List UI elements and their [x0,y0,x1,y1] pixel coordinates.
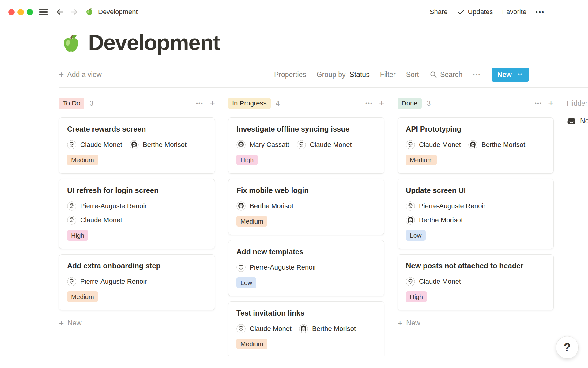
check-icon [457,8,465,16]
column-header: To Do 3 ••• + [59,98,215,109]
priority-tag: Medium [406,155,437,165]
avatar-pierre-auguste-renoir [67,277,76,286]
card-investigate-offline-syncing-issue[interactable]: Investigate offline syncing issue Mary C… [228,117,384,174]
assignee: Claude Monet [236,324,292,334]
priority-tag: High [236,155,258,165]
avatar-claude-monet [406,277,415,286]
priority-tag: Medium [236,339,267,349]
column-add-icon[interactable]: + [379,99,384,107]
add-view-button[interactable]: + Add a view [59,71,102,79]
column-add-icon[interactable]: + [209,99,215,107]
plus-icon: + [59,71,64,78]
minimize-window-button[interactable] [17,9,24,15]
hidden-columns-section: Hidden columns No Status [567,98,588,356]
avatar-berthe-morisot [299,324,308,333]
column-in-progress: In Progress 4 ••• + Investigate offline … [228,98,384,356]
avatar-claude-monet [236,324,246,333]
card-update-screen-ui[interactable]: Update screen UI Pierre-Auguste Renoir B… [398,179,554,249]
sidebar-menu-icon[interactable] [39,9,48,15]
column-to-do: To Do 3 ••• + Create rewards screen Clau… [59,98,215,356]
card-create-rewards-screen[interactable]: Create rewards screen Claude Monet Berth… [59,117,215,174]
group-by-button[interactable]: Group by Status [317,71,370,79]
column-done: Done 3 ••• + API Prototyping Claude Mone… [398,98,554,356]
sort-button[interactable]: Sort [406,71,419,79]
column-count: 3 [89,99,93,108]
question-mark-icon: ? [564,341,571,354]
column-header: In Progress 4 ••• + [228,98,384,109]
assignee: Berthe Morisot [130,140,187,150]
breadcrumb[interactable]: Development [85,8,138,16]
column-more-icon[interactable]: ••• [196,100,203,106]
card-add-extra-onboarding-step[interactable]: Add extra onboarding step Pierre-Auguste… [59,254,215,310]
back-arrow-icon[interactable] [56,8,64,16]
priority-tag: Low [406,230,426,241]
avatar-berthe-morisot [468,140,477,149]
assignee: Claude Monet [67,140,122,150]
column-status-pill[interactable]: In Progress [228,98,271,109]
assignee: Mary Cassatt [236,140,289,150]
assignee: Claude Monet [67,215,207,225]
green-apple-icon [85,8,94,16]
page-title: Development [88,31,220,54]
inbox-tray-icon [567,116,576,125]
card-new-posts-not-attached-to-header[interactable]: New posts not attached to header Claude … [398,254,554,310]
assignee: Pierre-Auguste Renoir [67,277,147,286]
view-more-options-icon[interactable]: ••• [473,71,481,78]
priority-tag: Medium [236,216,267,227]
more-options-icon[interactable]: ••• [536,9,545,16]
group-by-value: Status [349,71,369,79]
help-button[interactable]: ? [556,336,579,359]
favorite-button[interactable]: Favorite [502,8,526,16]
kanban-board: To Do 3 ••• + Create rewards screen Clau… [0,88,588,356]
card-add-new-templates[interactable]: Add new templates Pierre-Auguste Renoir … [228,240,384,296]
avatar-mary-cassatt [236,140,246,149]
avatar-claude-monet [67,140,76,149]
column-header: Done 3 ••• + [398,98,554,109]
avatar-berthe-morisot [236,201,246,211]
hidden-group-no-status[interactable]: No Status [567,116,588,125]
assignee: Pierre-Auguste Renoir [406,201,545,211]
add-card-button[interactable]: + New [59,319,215,327]
search-button[interactable]: Search [429,71,462,79]
window-titlebar: Development Share Updates Favorite ••• [0,0,588,24]
column-more-icon[interactable]: ••• [365,100,373,106]
assignee: Berthe Morisot [236,201,293,211]
column-count: 3 [427,99,431,108]
page-icon-green-apple[interactable] [61,33,81,54]
column-add-icon[interactable]: + [548,99,554,107]
card-fix-mobile-web-login[interactable]: Fix mobile web login Berthe Morisot Medi… [228,179,384,235]
column-status-pill[interactable]: To Do [59,98,84,109]
zoom-window-button[interactable] [27,9,33,15]
traffic-lights [8,9,33,15]
plus-icon: + [59,320,64,327]
share-button[interactable]: Share [430,8,448,16]
column-more-icon[interactable]: ••• [535,100,542,106]
card-ui-refresh-for-login-screen[interactable]: UI refresh for login screen Pierre-Augus… [59,179,215,249]
assignee: Claude Monet [406,277,461,286]
hidden-columns-toggle[interactable]: Hidden columns [567,98,588,109]
assignee: Claude Monet [406,140,461,150]
view-toolbar: + Add a view Properties Group by Status … [59,67,529,82]
properties-button[interactable]: Properties [274,71,306,79]
assignee: Claude Monet [297,140,352,150]
assignee: Pierre-Auguste Renoir [236,263,316,272]
assignee: Berthe Morisot [299,324,356,334]
avatar-claude-monet [297,140,306,149]
column-status-pill[interactable]: Done [398,98,422,109]
column-count: 4 [276,99,280,108]
search-icon [429,71,437,79]
card-test-invitation-links[interactable]: Test invitation links Claude Monet Berth… [228,301,384,356]
add-card-button[interactable]: + New [398,319,554,327]
priority-tag: Medium [67,291,98,302]
assignee: Pierre-Auguste Renoir [67,201,207,211]
card-api-prototyping[interactable]: API Prototyping Claude Monet Berthe Mori… [398,117,554,174]
priority-tag: Medium [67,155,98,165]
new-button[interactable]: New [492,68,529,82]
forward-arrow-icon[interactable] [70,8,78,16]
filter-button[interactable]: Filter [380,71,396,79]
avatar-claude-monet [67,216,76,225]
close-window-button[interactable] [8,9,15,15]
page-header: Development [61,31,588,54]
updates-button[interactable]: Updates [457,8,493,16]
priority-tag: Low [236,277,256,288]
